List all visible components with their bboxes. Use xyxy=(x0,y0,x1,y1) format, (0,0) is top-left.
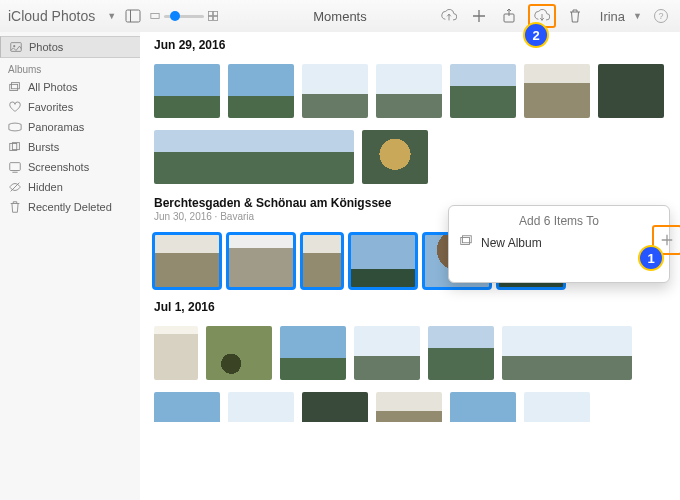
thumb-row xyxy=(140,58,680,124)
photo-thumb[interactable] xyxy=(302,392,368,422)
sidebar: Photos Albums All Photos Favorites Panor… xyxy=(0,32,141,500)
svg-rect-12 xyxy=(10,84,18,90)
photo-thumb[interactable] xyxy=(376,64,442,118)
user-name[interactable]: Irina xyxy=(600,9,625,24)
sidebar-item-favorites[interactable]: Favorites xyxy=(0,97,140,117)
sidebar-label: All Photos xyxy=(28,81,78,93)
help-icon[interactable]: ? xyxy=(650,7,672,25)
sidebar-item-bursts[interactable]: Bursts xyxy=(0,137,140,157)
sidebar-label: Photos xyxy=(29,41,63,53)
chevron-down-icon[interactable]: ▼ xyxy=(107,11,116,21)
sidebar-label: Screenshots xyxy=(28,161,89,173)
panorama-thumb[interactable] xyxy=(154,130,354,184)
photo-thumb[interactable] xyxy=(362,130,428,184)
svg-rect-6 xyxy=(214,16,218,20)
share-icon[interactable] xyxy=(498,7,520,25)
callout-1: 1 xyxy=(638,245,664,271)
svg-rect-2 xyxy=(151,14,159,19)
sidebar-item-photos[interactable]: Photos xyxy=(0,36,140,58)
svg-text:?: ? xyxy=(658,11,663,21)
panorama-icon xyxy=(8,120,22,134)
album-icon xyxy=(459,234,473,251)
photo-thumb[interactable] xyxy=(154,234,220,288)
thumb-row xyxy=(140,124,680,190)
hidden-icon xyxy=(8,180,22,194)
screenshot-icon xyxy=(8,160,22,174)
trash-icon xyxy=(8,200,22,214)
photo-thumb[interactable] xyxy=(428,326,494,380)
photo-thumb[interactable] xyxy=(524,64,590,118)
photos-icon xyxy=(9,40,23,54)
photo-thumb[interactable] xyxy=(376,392,442,422)
svg-rect-4 xyxy=(214,11,218,15)
plus-icon[interactable] xyxy=(468,7,490,25)
svg-rect-13 xyxy=(12,83,20,89)
sidebar-item-screenshots[interactable]: Screenshots xyxy=(0,157,140,177)
photo-thumb[interactable] xyxy=(154,392,220,422)
photo-thumb[interactable] xyxy=(524,392,590,422)
sidebar-label: Panoramas xyxy=(28,121,84,133)
photo-thumb[interactable] xyxy=(450,64,516,118)
svg-rect-16 xyxy=(10,163,21,171)
albums-header: Albums xyxy=(0,58,140,77)
photo-thumb[interactable] xyxy=(302,64,368,118)
toolbar: iCloud Photos ▼ Moments Irina ▼ ? xyxy=(0,0,680,33)
svg-point-11 xyxy=(13,45,15,47)
svg-rect-0 xyxy=(126,10,140,22)
sidebar-item-panoramas[interactable]: Panoramas xyxy=(0,117,140,137)
svg-rect-3 xyxy=(209,11,213,15)
popup-title: Add 6 Items To xyxy=(459,214,659,228)
sidebar-label: Bursts xyxy=(28,141,59,153)
sidebar-item-deleted[interactable]: Recently Deleted xyxy=(0,197,140,217)
photo-thumb[interactable] xyxy=(354,326,420,380)
popup-new-album[interactable]: New Album xyxy=(459,234,659,251)
photo-thumb[interactable] xyxy=(598,64,664,118)
photo-thumb[interactable] xyxy=(154,64,220,118)
moment-title: Jun 29, 2016 xyxy=(154,38,666,52)
svg-rect-5 xyxy=(209,16,213,20)
add-to-popup: Add 6 Items To New Album xyxy=(448,205,670,283)
photo-thumb[interactable] xyxy=(450,392,516,422)
photo-thumb[interactable] xyxy=(206,326,272,380)
callout-2: 2 xyxy=(523,22,549,48)
thumb-row xyxy=(140,320,680,386)
sidebar-label: Hidden xyxy=(28,181,63,193)
photo-thumb[interactable] xyxy=(280,326,346,380)
burst-icon xyxy=(8,140,22,154)
zoom-slider[interactable] xyxy=(150,11,218,21)
view-label: Moments xyxy=(313,9,366,24)
heart-icon xyxy=(8,100,22,114)
moment-title: Jul 1, 2016 xyxy=(154,300,666,314)
photo-thumb[interactable] xyxy=(228,392,294,422)
thumb-row xyxy=(140,386,680,422)
sidebar-item-hidden[interactable]: Hidden xyxy=(0,177,140,197)
panorama-thumb[interactable] xyxy=(502,326,632,380)
upload-icon[interactable] xyxy=(438,7,460,25)
app-title[interactable]: iCloud Photos xyxy=(8,8,95,24)
photo-thumb[interactable] xyxy=(228,64,294,118)
photo-thumb[interactable] xyxy=(350,234,416,288)
photo-thumb[interactable] xyxy=(228,234,294,288)
sidebar-label: Recently Deleted xyxy=(28,201,112,213)
photo-thumb[interactable] xyxy=(302,234,342,288)
trash-icon[interactable] xyxy=(564,7,586,25)
photo-thumb[interactable] xyxy=(154,326,198,380)
sidebar-item-all[interactable]: All Photos xyxy=(0,77,140,97)
stack-icon xyxy=(8,80,22,94)
user-chevron-icon[interactable]: ▼ xyxy=(633,11,642,21)
sidebar-label: Favorites xyxy=(28,101,73,113)
popup-new-album-label: New Album xyxy=(481,236,542,250)
toggle-sidebar-icon[interactable] xyxy=(122,7,144,25)
